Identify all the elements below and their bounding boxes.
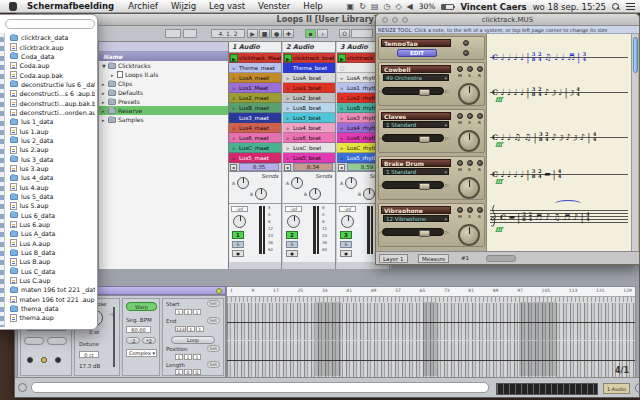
note-token[interactable]: ʒ bbox=[573, 133, 577, 141]
file-list-item[interactable]: maten 196 tot 221 .aup bbox=[7, 295, 95, 304]
note-token[interactable]: 3 8 bbox=[522, 212, 526, 222]
channel-knob[interactable] bbox=[467, 207, 473, 213]
track-activator[interactable]: 1 bbox=[232, 231, 244, 239]
arrangement-overview[interactable] bbox=[496, 383, 598, 395]
clip-stop-button[interactable] bbox=[230, 164, 237, 171]
zoom-icon[interactable] bbox=[402, 17, 408, 23]
solo-label[interactable]: S bbox=[468, 73, 471, 78]
stop-button[interactable]: ■ bbox=[259, 29, 270, 38]
clip-slot[interactable]: LusB_maat bbox=[229, 103, 281, 113]
browser-item[interactable]: ▼ Clicktracks bbox=[99, 61, 228, 70]
file-list-item[interactable]: Lus C.aup bbox=[7, 276, 95, 285]
clip-color-led[interactable] bbox=[41, 357, 47, 363]
bpm-half-button[interactable]: :2 bbox=[126, 337, 140, 344]
clip-slot[interactable]: Lus2_beat bbox=[283, 93, 335, 103]
file-list-item[interactable]: lus 1_data bbox=[7, 117, 95, 126]
note-token[interactable]: ♩ bbox=[500, 52, 504, 62]
length-value[interactable]: 100 bbox=[175, 369, 201, 375]
note-token[interactable]: ▬ bbox=[508, 213, 514, 221]
file-list-item[interactable]: deconstructi...s 6 .aup.bak bbox=[7, 89, 95, 98]
groove-double-button[interactable] bbox=[47, 337, 67, 345]
clip-play-icon[interactable] bbox=[338, 74, 346, 82]
note-token[interactable]: ♩ bbox=[514, 87, 518, 97]
clip-hot-swap-icon[interactable] bbox=[216, 288, 222, 294]
clip-gain-slider[interactable] bbox=[113, 307, 115, 367]
clip-slot[interactable]: Lus1_Maat bbox=[229, 83, 281, 93]
note-token[interactable]: ♪ bbox=[551, 132, 556, 142]
channel-knob[interactable] bbox=[477, 66, 483, 72]
volume-display[interactable]: -inf bbox=[231, 206, 248, 212]
pan-knob[interactable] bbox=[458, 224, 480, 246]
browser-item[interactable]: ▸ Reserve bbox=[99, 106, 228, 115]
sound-select[interactable]: 1 Standard bbox=[383, 121, 449, 128]
channel-knob[interactable] bbox=[467, 66, 473, 72]
finale-window-title[interactable]: clicktrack.MUS bbox=[376, 14, 639, 26]
note-token[interactable]: ♫ bbox=[524, 132, 532, 142]
mute-label[interactable]: M bbox=[458, 167, 462, 172]
note-token[interactable]: ♩ bbox=[514, 169, 518, 179]
clip-play-icon[interactable] bbox=[230, 124, 238, 132]
arm-button[interactable]: ● bbox=[232, 250, 244, 257]
edit-button[interactable]: EDIT bbox=[397, 49, 437, 57]
note-token[interactable]: | bbox=[577, 51, 580, 62]
note-token[interactable]: ♪ bbox=[565, 132, 570, 142]
channel-knob[interactable] bbox=[457, 160, 463, 166]
channel-knob[interactable] bbox=[477, 160, 483, 166]
clip-play-icon[interactable] bbox=[284, 114, 292, 122]
file-list-item[interactable]: lus 2.aup bbox=[7, 145, 95, 154]
clip-slot[interactable]: Lus6_beat bbox=[283, 133, 335, 143]
clip-stop-button[interactable] bbox=[284, 164, 291, 171]
pan-knob[interactable] bbox=[341, 215, 354, 228]
clip-slot[interactable]: LusA_beat bbox=[283, 73, 335, 83]
volume-slider[interactable] bbox=[382, 134, 444, 142]
clip-play-icon[interactable] bbox=[230, 104, 238, 112]
sound-select[interactable]: 1 Standard bbox=[383, 168, 449, 175]
note-token[interactable]: ♩ bbox=[520, 169, 524, 179]
file-list-item[interactable]: maten 196 tot 221 _data bbox=[7, 285, 95, 294]
end-set-button[interactable]: Set bbox=[207, 317, 220, 324]
browser-item[interactable]: ▸ Samples bbox=[99, 115, 228, 124]
clip-color-led[interactable] bbox=[55, 357, 61, 363]
note-token[interactable]: 2 4 bbox=[528, 212, 532, 222]
note-token[interactable]: ʒ bbox=[570, 88, 574, 96]
clip-play-icon[interactable] bbox=[284, 94, 292, 102]
warp-mode-select[interactable]: Complex ▾ bbox=[126, 349, 157, 357]
apple-icon[interactable] bbox=[9, 2, 17, 11]
channel-knob[interactable] bbox=[477, 207, 483, 213]
note-token[interactable]: | bbox=[553, 168, 556, 179]
end-value[interactable]: 13311 bbox=[175, 326, 204, 332]
channel-knob[interactable] bbox=[477, 113, 483, 119]
note-token[interactable]: 2 4 bbox=[538, 169, 542, 179]
clip-play-icon[interactable] bbox=[230, 54, 238, 62]
menu-status-icon[interactable]: ▤ bbox=[371, 2, 379, 11]
layer-select[interactable]: Layer 1 bbox=[379, 254, 408, 263]
clip-play-icon[interactable] bbox=[338, 54, 346, 62]
browser-name-header[interactable]: Name bbox=[99, 52, 228, 61]
file-list-item[interactable]: Coda.aup.bak bbox=[7, 70, 95, 79]
clip-play-icon[interactable] bbox=[338, 104, 346, 112]
note-token[interactable]: | bbox=[588, 131, 591, 142]
channel-knob[interactable] bbox=[467, 160, 473, 166]
loop-button[interactable]: Loop bbox=[171, 336, 215, 344]
file-list-item[interactable]: Lus A.aup bbox=[7, 239, 95, 248]
volume-display[interactable]: -inf bbox=[339, 206, 356, 212]
clip-play-icon[interactable] bbox=[284, 84, 292, 92]
clip-slot[interactable]: clicktrack_beat bbox=[283, 53, 335, 63]
clip-play-icon[interactable] bbox=[338, 114, 346, 122]
clip-slot[interactable]: LusC_beat bbox=[283, 143, 335, 153]
note-token[interactable]: ♪ bbox=[580, 132, 585, 142]
seg-bpm-value[interactable]: 60.00 bbox=[126, 326, 151, 333]
send-a-knob[interactable] bbox=[237, 177, 249, 189]
groove-half-button[interactable] bbox=[24, 337, 44, 345]
clip-play-icon[interactable] bbox=[338, 144, 346, 152]
browser-item[interactable]: ▸ Defaults bbox=[99, 88, 228, 97]
send-b-knob[interactable] bbox=[363, 188, 375, 200]
channel-knob[interactable] bbox=[467, 113, 473, 119]
solo-button[interactable]: S bbox=[340, 241, 352, 248]
measure-label[interactable]: Measure bbox=[418, 254, 449, 263]
clip-slot[interactable]: Lus1_beat bbox=[283, 83, 335, 93]
clip-slot[interactable]: Lus4_maat bbox=[229, 123, 281, 133]
pan-knob[interactable] bbox=[287, 215, 300, 228]
play-button[interactable]: ▶ bbox=[247, 29, 258, 38]
note-token[interactable]: ʒ bbox=[552, 88, 556, 96]
